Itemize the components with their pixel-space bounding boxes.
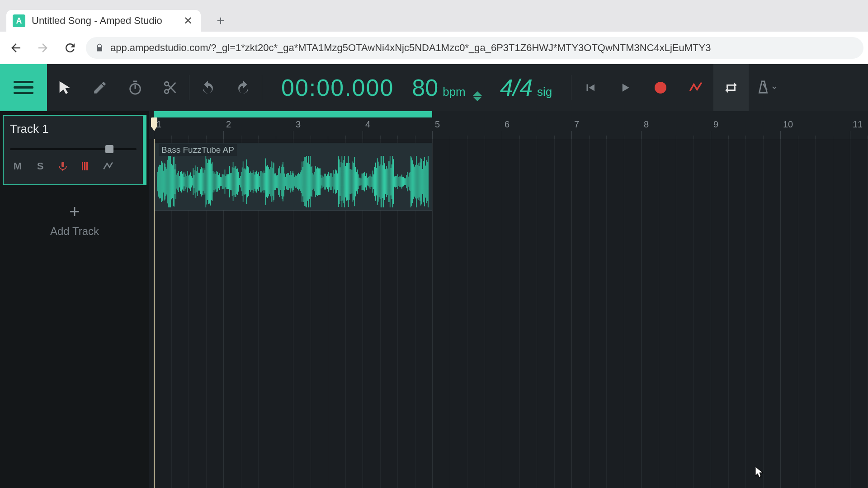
- arrow-right-icon: [36, 41, 50, 55]
- lock-icon: [95, 43, 104, 52]
- play-icon: [618, 81, 632, 94]
- hamburger-icon: [14, 81, 33, 94]
- midi-icon: [80, 161, 91, 172]
- undo-icon: [200, 80, 216, 95]
- loop-icon: [723, 80, 739, 95]
- redo-button[interactable]: [226, 64, 261, 111]
- solo-button[interactable]: S: [33, 159, 48, 174]
- chevron-down-icon[interactable]: [473, 97, 482, 101]
- bpm-label: bpm: [443, 85, 466, 99]
- waveform: [157, 156, 429, 207]
- stopwatch-icon: [127, 80, 143, 95]
- metronome-button[interactable]: [749, 64, 784, 111]
- browser-tab[interactable]: A Untitled Song - Amped Studio ✕: [6, 10, 201, 32]
- skip-to-start-button[interactable]: [572, 64, 608, 111]
- input-mic-button[interactable]: [55, 159, 71, 174]
- workspace: Track 1 M S: [0, 111, 868, 488]
- bpm-value: 80: [412, 74, 438, 101]
- time-display[interactable]: 00:00.000: [281, 74, 394, 101]
- record-button[interactable]: [643, 64, 678, 111]
- record-icon: [655, 82, 666, 94]
- cursor-icon: [57, 80, 72, 95]
- mouse-cursor: [755, 466, 764, 479]
- forward-button[interactable]: [32, 37, 54, 59]
- reload-icon: [63, 41, 77, 55]
- address-bar[interactable]: app.ampedstudio.com/?_gl=1*zkt20c*_ga*MT…: [86, 37, 863, 59]
- sig-label: sig: [537, 85, 552, 99]
- chevron-up-icon[interactable]: [473, 91, 482, 96]
- line-icon: [102, 160, 114, 172]
- browser-tab-strip: A Untitled Song - Amped Studio ✕: [0, 0, 868, 32]
- clip-label: Bass FuzzTube AP: [159, 144, 237, 156]
- playhead[interactable]: [151, 117, 157, 127]
- add-track-label: Add Track: [50, 225, 99, 238]
- automation-button[interactable]: [678, 64, 713, 111]
- tab-title: Untitled Song - Amped Studio: [32, 15, 177, 27]
- add-track-button[interactable]: + Add Track: [0, 189, 149, 251]
- cut-tool[interactable]: [153, 64, 188, 111]
- back-button[interactable]: [5, 37, 27, 59]
- mic-icon: [57, 161, 68, 172]
- daw-app: 00:00.000 80 bpm 4/4 sig: [0, 64, 868, 488]
- redo-icon: [236, 80, 251, 95]
- track-name[interactable]: Track 1: [10, 122, 137, 136]
- track-panel: Track 1 M S: [0, 111, 149, 488]
- reload-button[interactable]: [59, 37, 81, 59]
- playhead-line: [154, 139, 155, 488]
- pencil-icon: [92, 80, 108, 95]
- new-tab-button[interactable]: [212, 12, 230, 30]
- menu-button[interactable]: [0, 64, 47, 111]
- pointer-tool[interactable]: [47, 64, 82, 111]
- svg-point-1: [165, 82, 169, 86]
- arrangement-view[interactable]: 1234567891011 Bass FuzzTube AP: [149, 111, 868, 488]
- browser-toolbar: app.ampedstudio.com/?_gl=1*zkt20c*_ga*MT…: [0, 32, 868, 64]
- url-text: app.ampedstudio.com/?_gl=1*zkt20c*_ga*MT…: [110, 42, 711, 54]
- audio-clip[interactable]: Bass FuzzTube AP: [154, 143, 432, 211]
- favicon: A: [13, 14, 25, 27]
- sig-value: 4/4: [500, 74, 533, 101]
- svg-rect-5: [86, 162, 88, 170]
- arm-record-button[interactable]: [78, 159, 93, 174]
- time-signature-control[interactable]: 4/4 sig: [500, 74, 552, 101]
- track-header[interactable]: Track 1 M S: [3, 115, 146, 185]
- bpm-spinner[interactable]: [473, 91, 482, 101]
- svg-rect-4: [84, 162, 85, 170]
- svg-point-2: [165, 89, 169, 94]
- automation-icon: [688, 80, 703, 95]
- arrow-left-icon: [9, 41, 23, 55]
- pencil-tool[interactable]: [82, 64, 118, 111]
- close-tab-icon[interactable]: ✕: [184, 14, 193, 27]
- metronome-icon: [755, 80, 771, 95]
- plus-icon: [216, 16, 226, 26]
- loop-region[interactable]: [154, 111, 432, 117]
- bpm-control[interactable]: 80 bpm: [412, 74, 481, 101]
- svg-rect-3: [82, 162, 83, 170]
- loop-button[interactable]: [713, 64, 749, 111]
- volume-slider[interactable]: [10, 146, 137, 152]
- timeline-ruler[interactable]: 1234567891011: [149, 111, 868, 139]
- skip-start-icon: [583, 81, 597, 94]
- mute-button[interactable]: M: [10, 159, 25, 174]
- automation-track-button[interactable]: [100, 159, 116, 174]
- timer-tool[interactable]: [118, 64, 153, 111]
- undo-button[interactable]: [190, 64, 226, 111]
- chevron-down-icon: [772, 85, 777, 90]
- play-button[interactable]: [608, 64, 643, 111]
- scissors-icon: [163, 80, 178, 95]
- app-toolbar: 00:00.000 80 bpm 4/4 sig: [0, 64, 868, 111]
- plus-icon: +: [69, 202, 80, 221]
